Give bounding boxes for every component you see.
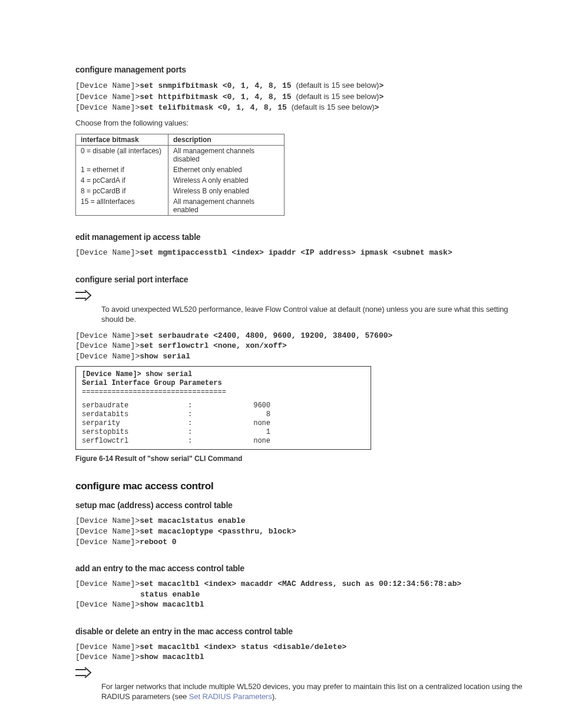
link-set-radius-parameters[interactable]: Set RADIUS Parameters — [189, 692, 272, 701]
note-arrow-icon — [75, 290, 92, 301]
cli-cmd: set macacltbl <index> status <disable/de… — [140, 643, 346, 651]
heading-configure-management-ports: configure management ports — [75, 65, 527, 74]
cli-cmd: set macacltbl <index> macaddr <MAC Addre… — [140, 579, 466, 588]
prompt: [Device Name]> — [75, 352, 140, 361]
serial-output-box: [Device Name]> show serial Serial Interf… — [75, 366, 371, 450]
cli-cmd: show macacltbl — [140, 600, 204, 609]
heading-configure-serial-port-interface: configure serial port interface — [75, 275, 527, 284]
heading-edit-management-ip-access-table: edit management ip access table — [75, 232, 527, 242]
table-row: 4 = pcCardA ifWireless A only enabled — [76, 175, 285, 186]
figure-caption: Figure 6-14 Result of "show serial" CLI … — [75, 454, 527, 463]
section-add-mac-entry: add an entry to the mac access control t… — [75, 564, 527, 610]
cli-cmd: set mgmtipaccesstbl <index> ipaddr <IP a… — [140, 248, 452, 257]
serial-output-line: [Device Name]> show serial — [82, 370, 365, 379]
table-row: 15 = allInterfacesAll management channel… — [76, 196, 285, 216]
heading-disable-delete-mac-entry: disable or delete an entry in the mac ac… — [75, 627, 527, 636]
prompt: [Device Name]> — [75, 538, 140, 546]
cli-cmd: status enable — [140, 590, 200, 599]
table-row: 8 = pcCardB ifWireless B only enabled — [76, 186, 285, 196]
serial-output-row: serbaudrate:9600 — [82, 401, 365, 410]
cli-cmd: set telifbitmask <0, 1, 4, 8, 15 — [140, 103, 291, 112]
prompt: [Device Name]> — [75, 579, 140, 588]
prompt: [Device Name]> — [75, 341, 140, 350]
note-arrow-icon — [75, 667, 92, 678]
prompt: [Device Name]> — [75, 643, 140, 651]
cli-cmd: show macacltbl — [140, 653, 204, 661]
cli-cmd: set httpifbitmask <0, 1, 4, 8, 15 — [140, 93, 296, 101]
serial-output-sep: ================================== — [82, 388, 365, 397]
heading-add-mac-entry: add an entry to the mac access control t… — [75, 564, 527, 573]
section-configure-management-ports: configure management ports [Device Name]… — [75, 65, 527, 216]
prompt: [Device Name]> — [75, 93, 140, 101]
interface-bitmask-table: interface bitmask description 0 = disabl… — [75, 134, 285, 216]
serial-output-row: serstopbits:1 — [82, 428, 365, 437]
prompt: [Device Name]> — [75, 103, 140, 112]
section-setup-mac-access-table: setup mac (address) access control table… — [75, 500, 527, 547]
table-row: 1 = ethernet ifEthernet only enabled — [76, 164, 285, 175]
heading-setup-mac-access-table: setup mac (address) access control table — [75, 500, 527, 510]
cli-block-serial: [Device Name]>set serbaudrate <2400, 480… — [75, 331, 527, 362]
cli-cmd: set macaclstatus enable — [140, 516, 245, 525]
prompt: [Device Name]> — [75, 600, 140, 609]
note-text: For larger networks that include multipl… — [101, 681, 527, 702]
serial-output-line: Serial Interface Group Parameters — [82, 379, 365, 388]
cli-block-ip-access: [Device Name]>set mgmtipaccesstbl <index… — [75, 248, 527, 258]
cli-cmd: reboot 0 — [140, 538, 176, 546]
cli-block-setup-mac: [Device Name]>set macaclstatus enable [D… — [75, 516, 527, 547]
cli-cmd: set serflowctrl <none, xon/xoff> — [140, 341, 287, 350]
section-edit-management-ip-access-table: edit management ip access table [Device … — [75, 232, 527, 258]
cli-cmd: set macacloptype <passthru, block> — [140, 527, 296, 536]
note-text: To avoid unexpected WL520 performance, l… — [101, 304, 527, 325]
prompt: [Device Name]> — [75, 81, 140, 90]
choose-text: Choose from the following values: — [75, 118, 527, 129]
cli-block-disable-mac: [Device Name]>set macacltbl <index> stat… — [75, 642, 527, 663]
cli-cmd: show serial — [140, 352, 190, 361]
cli-cmd: set serbaudrate <2400, 4800, 9600, 19200… — [140, 331, 392, 340]
prompt: [Device Name]> — [75, 527, 140, 536]
prompt: [Device Name]> — [75, 248, 140, 257]
table-row: 0 = disable (all interfaces)All manageme… — [76, 146, 285, 165]
serial-output-row: serdatabits:8 — [82, 410, 365, 419]
table-header: description — [168, 134, 285, 146]
cli-block-add-mac: [Device Name]>set macacltbl <index> maca… — [75, 579, 527, 610]
table-header: interface bitmask — [76, 134, 168, 146]
cli-block-management-ports: [Device Name]>set snmpifbitmask <0, 1, 4… — [75, 80, 527, 113]
prompt: [Device Name]> — [75, 653, 140, 661]
prompt: [Device Name]> — [75, 516, 140, 525]
prompt: [Device Name]> — [75, 331, 140, 340]
serial-output-row: serparity:none — [82, 419, 365, 428]
section-disable-delete-mac-entry: disable or delete an entry in the mac ac… — [75, 627, 527, 702]
section-configure-serial-port-interface: configure serial port interface To avoid… — [75, 275, 527, 463]
heading-configure-mac-access-control: configure mac access control — [75, 480, 527, 492]
serial-output-row: serflowctrl:none — [82, 437, 365, 446]
cli-cmd: set snmpifbitmask <0, 1, 4, 8, 15 — [140, 81, 296, 90]
